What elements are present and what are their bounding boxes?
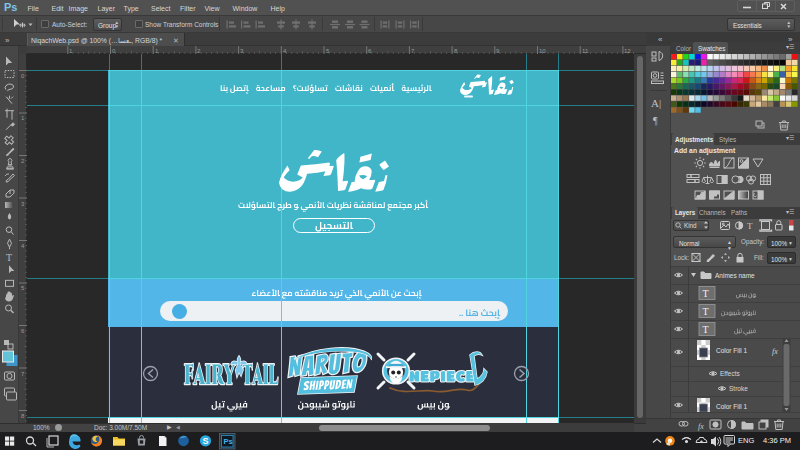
svg-text:Color Fill 1: Color Fill 1 [716,347,747,354]
svg-text:1: 1 [69,48,73,54]
svg-text:5: 5 [21,285,25,291]
svg-text:fx: fx [772,347,778,356]
svg-text:T: T [703,324,709,335]
svg-text:T: T [6,252,12,263]
svg-text:Stroke: Stroke [729,385,748,392]
svg-text:0: 0 [21,73,25,79]
svg-text:4: 4 [21,243,25,249]
svg-text:8: 8 [21,413,25,419]
svg-text:6: 6 [21,328,25,334]
svg-text:6: 6 [368,48,372,54]
svg-text:Animes name: Animes name [715,272,755,279]
svg-text:11: 11 [582,48,589,54]
svg-text:2: 2 [21,158,25,164]
svg-text:Effects: Effects [720,370,741,377]
svg-text:T: T [747,221,753,231]
svg-text:10: 10 [539,48,546,54]
svg-text:7: 7 [21,371,25,377]
svg-text:1: 1 [21,115,25,121]
svg-text:9: 9 [496,48,500,54]
svg-text:Color Fill 1: Color Fill 1 [716,403,747,410]
svg-text:Ps: Ps [224,437,233,446]
svg-text:T: T [703,288,709,299]
svg-text:2: 2 [197,48,201,54]
svg-text:3: 3 [21,201,25,207]
svg-text:T: T [703,306,709,317]
svg-text:Kind: Kind [684,222,697,229]
svg-text:12: 12 [624,48,631,54]
svg-text:fx: fx [698,422,704,431]
svg-text:S: S [203,436,209,446]
svg-text:A|: A| [651,97,661,109]
svg-text:¶: ¶ [653,115,658,126]
